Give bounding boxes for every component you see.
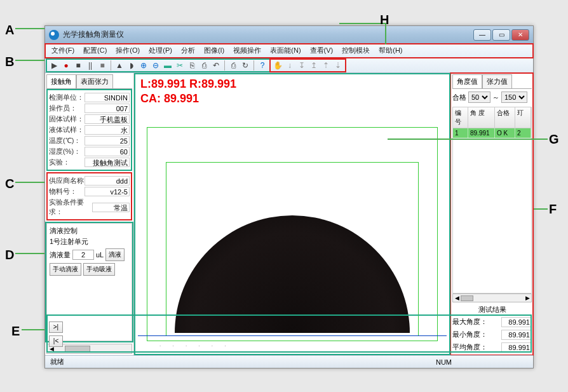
- menu-analyze[interactable]: 分析: [177, 44, 199, 57]
- table-row[interactable]: 1 89.991 O K 2: [453, 128, 531, 138]
- overlay-ca: CA: 89.991: [140, 91, 236, 106]
- stop-icon[interactable]: ■: [73, 60, 83, 71]
- dosage-unit-label: uL: [96, 251, 104, 259]
- drop-button[interactable]: 滴液: [105, 248, 125, 261]
- split-icon[interactable]: ⊖: [151, 60, 161, 71]
- liquid-label: 液体试样：: [49, 125, 85, 135]
- menu-help[interactable]: 帮助(H): [375, 44, 406, 57]
- drop-shape-icon[interactable]: ▲: [114, 60, 125, 71]
- minimize-button[interactable]: —: [473, 29, 491, 41]
- solid-field[interactable]: 手机盖板: [85, 114, 130, 124]
- unit-field[interactable]: SINDIN: [85, 93, 130, 102]
- separator: [111, 60, 111, 71]
- print-icon[interactable]: ⎙: [228, 60, 238, 71]
- tab-contact-angle[interactable]: 接触角: [46, 74, 76, 88]
- scroll-thumb[interactable]: [461, 295, 473, 301]
- scroll-right-icon[interactable]: ▶: [524, 295, 531, 301]
- annotation-A: A: [5, 23, 14, 37]
- nozzle-down-icon[interactable]: ↓: [285, 60, 295, 71]
- manual-suck-button[interactable]: 手动吸液: [83, 263, 115, 276]
- menu-control[interactable]: 控制模块: [338, 44, 374, 57]
- separator: [254, 60, 254, 71]
- tilde-label: ～: [492, 93, 499, 102]
- th-no[interactable]: 编号: [453, 107, 468, 128]
- td-angle: 89.991: [468, 128, 495, 138]
- copy-icon[interactable]: ⎘: [187, 60, 197, 71]
- dosage-title: 滴液控制: [50, 226, 129, 236]
- pass-low-select[interactable]: 50: [468, 91, 490, 103]
- table-header: 编号 角 度 合格 玎: [453, 107, 531, 128]
- dosage-amount-label: 滴液量: [50, 250, 71, 260]
- nozzle-fast-icon[interactable]: ⇣: [333, 60, 343, 71]
- menu-file[interactable]: 文件(F): [48, 44, 78, 57]
- menu-operate[interactable]: 操作(O): [112, 44, 144, 57]
- menu-view[interactable]: 查看(V): [306, 44, 337, 57]
- camera-view[interactable]: L:89.991 R:89.991 CA: 89.991 . . . . . .: [134, 73, 450, 355]
- liquid-field[interactable]: 水: [85, 125, 130, 135]
- menu-image[interactable]: 图像(I): [200, 44, 228, 57]
- tab-surface-tension[interactable]: 表面张力: [76, 74, 113, 88]
- paste-icon[interactable]: ⎙: [199, 60, 209, 71]
- frame-nav: >| |<: [46, 314, 532, 353]
- results-title: 测试结果: [452, 305, 532, 314]
- close-button[interactable]: ✕: [511, 29, 529, 41]
- menu-config[interactable]: 配置(C): [79, 44, 111, 57]
- material-field[interactable]: v12-5: [85, 187, 130, 196]
- frame-icon[interactable]: ▬: [163, 60, 173, 71]
- manual-drop-button[interactable]: 手动滴液: [50, 263, 81, 276]
- th-etc[interactable]: 玎: [515, 107, 531, 128]
- pass-label: 合格: [452, 93, 466, 102]
- leader-line: [22, 329, 44, 330]
- condition-field[interactable]: 常温: [92, 203, 130, 212]
- scroll-left-icon[interactable]: ◀: [453, 295, 461, 301]
- supplier-label: 供应商名称: [49, 176, 85, 186]
- dosage-amount-input[interactable]: [72, 250, 94, 260]
- maximize-button[interactable]: ▭: [492, 29, 510, 41]
- menu-video[interactable]: 视频操作: [229, 44, 265, 57]
- menu-surface[interactable]: 表面能(N): [266, 44, 304, 57]
- pass-high-select[interactable]: 150: [501, 91, 527, 103]
- operator-field[interactable]: 007: [85, 104, 130, 113]
- table-hscroll[interactable]: ◀ ▶: [452, 294, 532, 302]
- crosshair-icon[interactable]: ⊕: [139, 60, 149, 71]
- menu-process[interactable]: 处理(P): [145, 44, 176, 57]
- right-tabs: 角度值 张力值: [452, 74, 532, 89]
- tab-tension-value[interactable]: 张力值: [482, 74, 512, 88]
- leader-line: [15, 253, 44, 254]
- refresh-icon[interactable]: ↻: [240, 60, 250, 71]
- rect-icon[interactable]: ■: [97, 60, 107, 71]
- exp-field[interactable]: 接触角测试: [85, 158, 130, 167]
- pause-icon[interactable]: ||: [85, 60, 95, 71]
- annotation-F: F: [549, 202, 557, 217]
- results-table[interactable]: 编号 角 度 合格 玎 1 89.991 O K 2: [452, 107, 532, 294]
- nozzle-raise-icon[interactable]: ↥: [309, 60, 319, 71]
- next-frame-button[interactable]: >|: [49, 321, 63, 333]
- hand-icon[interactable]: ✋: [273, 60, 283, 71]
- cut-icon[interactable]: ✂: [175, 60, 185, 71]
- annotation-C: C: [5, 177, 14, 191]
- nozzle-lower-icon[interactable]: ↧: [297, 60, 307, 71]
- sessile-icon[interactable]: ◗: [126, 60, 137, 71]
- th-pass[interactable]: 合格: [495, 107, 515, 128]
- leader-line: [15, 60, 44, 61]
- th-angle[interactable]: 角 度: [468, 107, 495, 128]
- prev-frame-button[interactable]: |<: [49, 335, 63, 347]
- supplier-form: 供应商名称ddd 物料号：v12-5 实验条件要求：常温: [46, 172, 132, 220]
- temp-field[interactable]: 25: [85, 136, 130, 145]
- main-area: 接触角 表面张力 检测单位：SINDIN 操作员：007 固体试样：手机盖板 液…: [45, 73, 533, 355]
- temp-label: 温度(℃)：: [49, 136, 85, 145]
- overlay-lr: L:89.991 R:89.991: [140, 77, 236, 91]
- play-icon[interactable]: ▶: [49, 60, 59, 71]
- injection-unit-label: 1号注射单元: [50, 237, 129, 247]
- nozzle-up-icon[interactable]: ⇡: [321, 60, 331, 71]
- humidity-field[interactable]: 60: [85, 147, 130, 156]
- record-icon[interactable]: ●: [61, 60, 71, 71]
- supplier-field[interactable]: ddd: [85, 176, 130, 186]
- leader-line: [15, 28, 44, 29]
- tab-angle-value[interactable]: 角度值: [452, 74, 482, 88]
- help-icon[interactable]: ?: [257, 60, 267, 71]
- measurement-overlay: L:89.991 R:89.991 CA: 89.991: [140, 77, 236, 107]
- undo-icon[interactable]: ↶: [211, 60, 221, 71]
- titlebar[interactable]: 光学接触角测量仪 — ▭ ✕: [45, 26, 533, 44]
- window-title: 光学接触角测量仪: [63, 29, 124, 40]
